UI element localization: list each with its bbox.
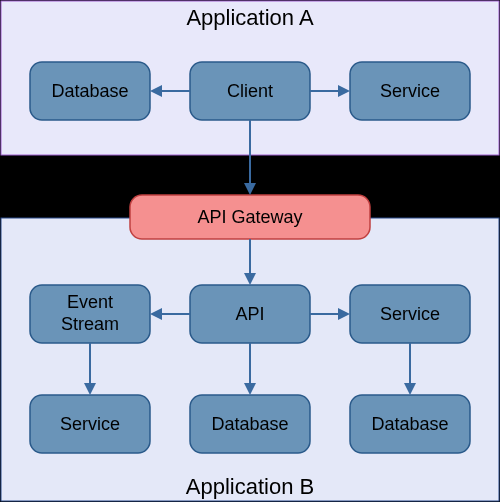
node-event-stream-label1: Event	[67, 292, 113, 312]
node-service-b-bottom-label: Service	[60, 414, 120, 434]
application-a-title: Application A	[186, 5, 314, 30]
node-api-gateway-label: API Gateway	[197, 207, 302, 227]
svg-marker-2	[244, 183, 256, 195]
application-b-title: Application B	[186, 474, 314, 499]
node-service-a-label: Service	[380, 81, 440, 101]
node-client-label: Client	[227, 81, 273, 101]
node-database-b-mid-label: Database	[211, 414, 288, 434]
node-event-stream-label2: Stream	[61, 314, 119, 334]
node-database-b-right-label: Database	[371, 414, 448, 434]
node-service-b-top-label: Service	[380, 304, 440, 324]
node-database-a-label: Database	[51, 81, 128, 101]
architecture-diagram: Application A Application B Database Cli…	[0, 0, 500, 502]
node-api-label: API	[235, 304, 264, 324]
